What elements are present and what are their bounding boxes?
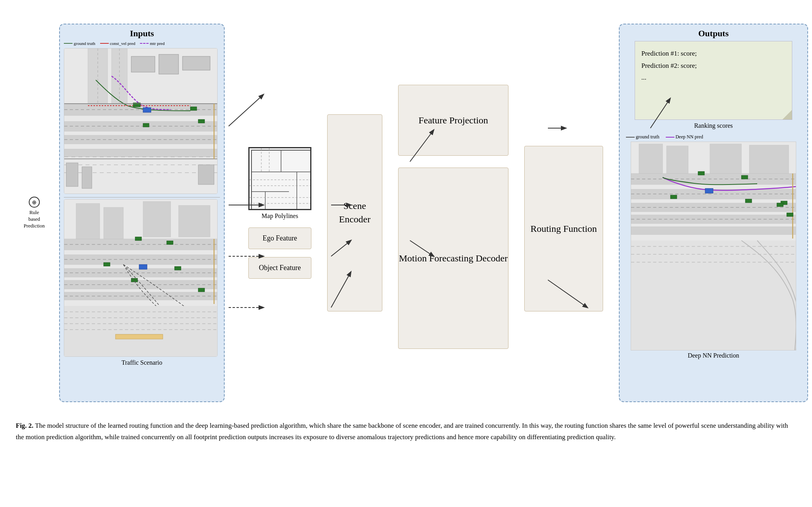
svg-rect-17 (143, 108, 151, 112)
inputs-title: Inputs (64, 28, 220, 39)
legend-gt-out: ground truth (626, 134, 659, 140)
inputs-legend: ground truth const_vel pred mtr pred (64, 41, 220, 46)
svg-rect-47 (175, 267, 181, 270)
caption-area: Fig. 2. The model structure of the learn… (16, 420, 796, 443)
encoder-section: Scene Encoder (327, 114, 382, 311)
inputs-panel: Inputs ground truth const_vel pred mtr p… (59, 24, 225, 402)
svg-rect-15 (198, 119, 205, 123)
deep-nn-map (631, 142, 796, 350)
svg-rect-45 (167, 241, 173, 244)
map-polylines-image (248, 147, 311, 210)
svg-rect-10 (131, 56, 155, 72)
svg-rect-79 (710, 144, 741, 173)
object-feature-box: Object Feature (248, 257, 311, 279)
traffic-scenario-label: Traffic Scenario (64, 359, 220, 366)
svg-rect-12 (183, 56, 210, 70)
svg-rect-90 (705, 188, 713, 193)
routing-function-box: Routing Function (524, 146, 603, 311)
traffic-map-bottom-svg (64, 199, 218, 357)
map-polylines-block: Map Polylines (248, 147, 311, 220)
svg-rect-87 (670, 195, 677, 199)
caption-text: The model structure of the learned routi… (16, 422, 788, 441)
deep-nn-label: Deep NN Prediction (624, 352, 803, 359)
ranking-line2: Prediction #2: score; (641, 60, 786, 72)
caption-fig-label: Fig. 2. (16, 422, 34, 429)
svg-line-98 (229, 95, 263, 126)
legend-mtr-pred: mtr pred (140, 41, 165, 46)
ranking-line1: Prediction #1: score; (641, 48, 786, 60)
routing-column: Routing Function (524, 114, 603, 311)
svg-rect-58 (250, 148, 311, 210)
svg-rect-36 (104, 207, 123, 239)
rule-based-prediction: ⊕ Rule based Prediction (24, 197, 45, 229)
traffic-map-bottom (64, 199, 218, 357)
svg-rect-49 (198, 288, 205, 292)
rule-based-symbol: ⊕ (29, 197, 40, 208)
legend-const-vel: const_vel pred (100, 41, 135, 46)
svg-rect-27 (198, 165, 214, 185)
svg-rect-96 (777, 203, 783, 207)
rule-based-label: Rule based Prediction (24, 209, 45, 229)
svg-rect-76 (631, 227, 796, 235)
svg-rect-37 (143, 201, 171, 237)
traffic-map-top-svg (64, 48, 218, 194)
svg-rect-50 (139, 265, 147, 269)
map-polylines-svg (250, 148, 311, 210)
legend-deep-nn: Deep NN pred (666, 134, 703, 140)
ego-feature-box: Ego Feature (248, 227, 311, 249)
svg-rect-85 (698, 171, 704, 175)
svg-rect-97 (787, 213, 793, 216)
svg-rect-11 (159, 54, 179, 74)
svg-rect-14 (190, 107, 197, 110)
traffic-map-top (64, 48, 218, 194)
legend-ground-truth: ground truth (64, 41, 95, 46)
svg-rect-88 (745, 199, 752, 203)
svg-rect-38 (179, 205, 210, 237)
ranking-scores-label: Ranking scores (624, 122, 803, 129)
svg-rect-57 (115, 334, 163, 339)
diagram-area: ⊕ Rule based Prediction Inputs ground tr… (16, 12, 796, 414)
deep-nn-svg (631, 142, 796, 350)
svg-rect-25 (66, 163, 78, 186)
svg-rect-77 (639, 144, 663, 173)
ranking-scores-note: Prediction #1: score; Prediction #2: sco… (635, 41, 792, 120)
middle-section: Map Polylines Ego Feature Object Feature (248, 147, 311, 279)
svg-rect-26 (82, 167, 92, 188)
outputs-panel: Outputs Prediction #1: score; Prediction… (619, 24, 808, 402)
svg-rect-4 (64, 149, 218, 157)
outputs-legend: ground truth Deep NN pred (624, 134, 803, 140)
scene-encoder-box: Scene Encoder (327, 114, 382, 311)
svg-rect-46 (104, 263, 110, 266)
svg-rect-16 (143, 123, 149, 127)
svg-rect-80 (749, 145, 789, 173)
motion-decoder-box: Motion Forecasting Decoder (398, 168, 508, 349)
svg-rect-78 (667, 146, 688, 173)
right-middle-section: Feature Projection Motion Forecasting De… (398, 59, 508, 375)
outputs-title: Outputs (624, 28, 803, 39)
svg-rect-51 (64, 306, 218, 357)
map-polylines-label: Map Polylines (262, 212, 298, 220)
svg-rect-44 (135, 237, 142, 240)
svg-rect-86 (741, 175, 748, 179)
svg-rect-35 (76, 203, 100, 239)
feature-projection-box: Feature Projection (398, 85, 508, 156)
ranking-line3: ... (641, 72, 786, 84)
